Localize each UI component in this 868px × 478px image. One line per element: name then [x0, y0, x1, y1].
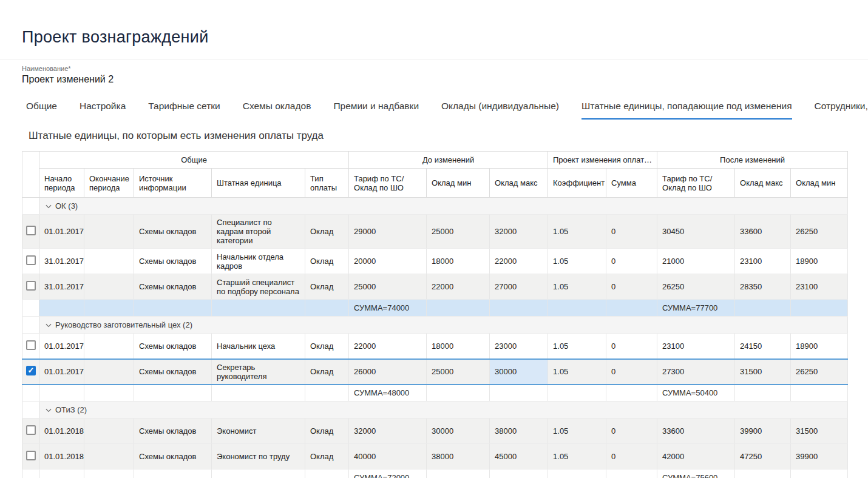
cell[interactable]: 39900 — [735, 419, 791, 444]
cell[interactable]: 39900 — [791, 444, 848, 470]
cell[interactable]: 25000 — [427, 215, 490, 249]
column-header[interactable]: Оклад макс — [735, 169, 791, 198]
cell[interactable]: 31.01.2017 — [39, 274, 84, 300]
cell[interactable]: 23100 — [735, 249, 791, 274]
cell[interactable]: Схемы окладов — [134, 274, 212, 300]
cell[interactable]: 22000 — [427, 274, 490, 300]
column-header[interactable]: Окончание периода — [84, 169, 134, 198]
cell[interactable]: Старший специалист по подбору персонала — [212, 274, 305, 300]
cell[interactable]: 0 — [606, 215, 657, 249]
cell[interactable]: 22000 — [490, 249, 548, 274]
cell[interactable]: 27300 — [657, 359, 735, 385]
cell[interactable]: 25000 — [349, 274, 427, 300]
cell[interactable]: Начальник цеха — [212, 334, 305, 359]
cell[interactable] — [84, 215, 134, 249]
cell[interactable] — [84, 359, 134, 385]
cell[interactable]: Схемы окладов — [134, 334, 212, 359]
cell[interactable]: 21000 — [657, 249, 735, 274]
cell[interactable]: 27000 — [490, 274, 548, 300]
cell[interactable]: 45000 — [490, 444, 548, 470]
cell[interactable]: Схемы окладов — [134, 249, 212, 274]
column-header[interactable]: Коэффициент — [548, 169, 606, 198]
cell[interactable]: 23100 — [657, 334, 735, 359]
name-field-input[interactable]: Проект изменений 2 — [22, 74, 868, 85]
cell[interactable]: 20000 — [349, 249, 427, 274]
cell[interactable]: Секретарь руководителя — [212, 359, 305, 385]
cell[interactable]: 18000 — [427, 249, 490, 274]
cell[interactable]: Экономист по труду — [212, 444, 305, 470]
table-row[interactable]: 31.01.2017Схемы окладовСтарший специалис… — [22, 274, 848, 300]
cell[interactable]: 31.01.2017 — [39, 249, 84, 274]
cell[interactable]: Оклад — [305, 334, 349, 359]
cell[interactable]: 30000 — [427, 419, 490, 444]
cell[interactable]: 29000 — [349, 215, 427, 249]
cell[interactable]: 23000 — [490, 334, 548, 359]
tab-2[interactable]: Настройка — [80, 101, 126, 120]
row-checkbox[interactable] — [26, 340, 36, 350]
cell[interactable]: Начальник отдела кадров — [212, 249, 305, 274]
cell[interactable]: Оклад — [305, 274, 349, 300]
cell[interactable]: Схемы окладов — [134, 444, 212, 470]
cell[interactable]: 1.05 — [548, 215, 606, 249]
column-header[interactable]: Оклад мин — [427, 169, 490, 198]
row-checkbox-checked[interactable] — [26, 366, 36, 375]
column-header[interactable]: Оклад макс — [490, 169, 548, 198]
cell[interactable]: Схемы окладов — [134, 215, 212, 249]
cell[interactable] — [84, 274, 134, 300]
cell[interactable]: 01.01.2017 — [39, 215, 84, 249]
cell[interactable]: 0 — [606, 444, 657, 470]
cell[interactable]: 18900 — [791, 334, 848, 359]
cell[interactable]: 26250 — [791, 359, 848, 385]
cell[interactable] — [84, 444, 134, 470]
cell[interactable]: 0 — [606, 274, 657, 300]
cell[interactable]: 31500 — [735, 359, 791, 385]
cell[interactable]: 0 — [606, 419, 657, 444]
cell[interactable] — [84, 419, 134, 444]
row-checkbox[interactable] — [26, 451, 36, 460]
row-checkbox[interactable] — [26, 425, 36, 435]
cell[interactable]: 01.01.2018 — [39, 419, 84, 444]
cell[interactable]: 01.01.2017 — [39, 359, 84, 385]
cell[interactable]: Экономист — [212, 419, 305, 444]
cell[interactable]: 42000 — [657, 444, 735, 470]
cell[interactable]: 32000 — [490, 215, 548, 249]
cell[interactable]: 28350 — [735, 274, 791, 300]
table-row-selected[interactable]: 01.01.2017Схемы окладовСекретарь руковод… — [22, 359, 848, 385]
column-header[interactable]: Тариф по ТС/ Оклад по ШО — [349, 169, 427, 198]
table-row[interactable]: 31.01.2017Схемы окладовНачальник отдела … — [22, 249, 848, 274]
cell[interactable]: 30450 — [657, 215, 735, 249]
cell[interactable]: 1.05 — [548, 444, 606, 470]
cell[interactable]: Оклад — [305, 249, 349, 274]
cell[interactable]: Оклад — [305, 419, 349, 444]
cell[interactable]: 22000 — [349, 334, 427, 359]
column-header[interactable]: Оклад мин — [791, 169, 848, 198]
cell[interactable]: Схемы окладов — [134, 359, 212, 385]
cell[interactable]: Схемы окладов — [134, 419, 212, 444]
cell[interactable]: 1.05 — [548, 359, 606, 385]
cell[interactable]: 0 — [606, 249, 657, 274]
cell[interactable]: 40000 — [349, 444, 427, 470]
cell[interactable]: 38000 — [427, 444, 490, 470]
tab-3[interactable]: Тарифные сетки — [148, 101, 220, 120]
cell[interactable]: 18000 — [427, 334, 490, 359]
cell[interactable]: 26250 — [791, 215, 848, 249]
cell[interactable]: 31500 — [791, 419, 848, 444]
tab-5[interactable]: Премии и надбавки — [333, 101, 419, 120]
column-header[interactable]: Тип оплаты — [305, 169, 349, 198]
cell[interactable]: 47250 — [735, 444, 791, 470]
cell[interactable]: 38000 — [490, 419, 548, 444]
table-row[interactable]: 01.01.2017Схемы окладовНачальник цехаОкл… — [22, 334, 848, 359]
cell[interactable]: 23100 — [791, 274, 848, 300]
cell[interactable] — [84, 249, 134, 274]
cell[interactable]: 33600 — [735, 215, 791, 249]
column-header[interactable]: Сумма — [606, 169, 657, 198]
tab-7-active[interactable]: Штатные единицы, попадающие под изменени… — [581, 101, 792, 120]
group-toggle[interactable]: ОК (3) — [39, 198, 848, 215]
tab-4[interactable]: Схемы окладов — [243, 101, 311, 120]
group-toggle[interactable]: ОТиЗ (2) — [39, 402, 848, 419]
column-header[interactable]: Тариф по ТС/ Оклад по ШО — [657, 169, 735, 198]
cell[interactable]: 1.05 — [548, 334, 606, 359]
cell[interactable]: 1.05 — [548, 274, 606, 300]
column-header[interactable]: Начало периода — [39, 169, 84, 198]
tab-1[interactable]: Общие — [26, 101, 57, 120]
